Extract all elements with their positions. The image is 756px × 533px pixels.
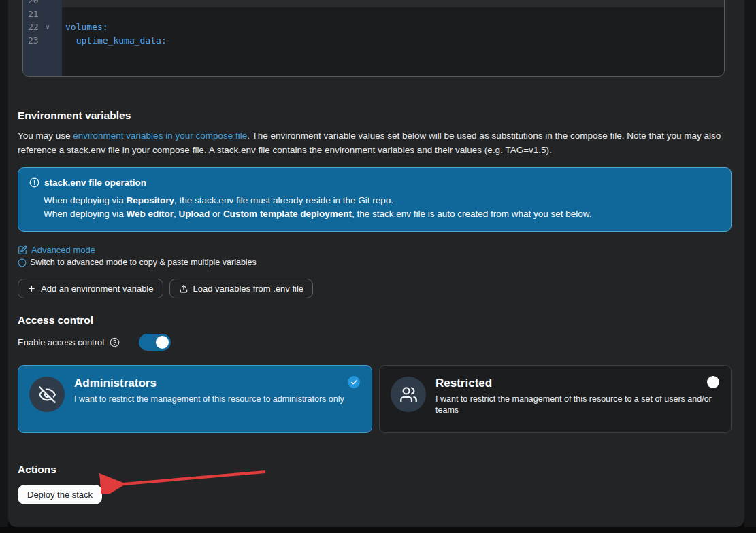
advanced-mode-hint-text: Switch to advanced mode to copy & paste … <box>30 258 257 267</box>
scrollbar-track[interactable] <box>744 0 756 527</box>
stack-form-panel: 20 21 22∨ 23 volumes: uptime_kuma_data: … <box>8 0 744 527</box>
code-line <box>62 7 724 21</box>
advanced-mode-link[interactable]: Advanced mode <box>18 245 95 255</box>
compose-file-editor[interactable]: 20 21 22∨ 23 volumes: uptime_kuma_data: <box>22 0 725 77</box>
add-environment-variable-label: Add an environment variable <box>41 283 154 294</box>
eye-off-icon <box>29 377 65 412</box>
alert-circle-icon <box>18 258 27 267</box>
info-box-line: When deploying via Repository, the stack… <box>44 194 720 207</box>
help-circle-icon[interactable] <box>110 337 120 347</box>
fold-chevron-icon[interactable]: ∨ <box>46 20 50 34</box>
line-number: 22∨ <box>23 20 62 34</box>
plus-icon <box>27 284 36 293</box>
info-box-title: stack.env file operation <box>44 177 146 188</box>
line-number: 23 <box>23 34 62 48</box>
environment-variables-heading: Environment variables <box>18 109 131 122</box>
environment-variables-description: You may use environment variables in you… <box>18 129 732 157</box>
administrators-option-title: Administrators <box>74 377 344 390</box>
actions-heading: Actions <box>18 464 56 476</box>
left-gutter-strip <box>0 0 8 527</box>
restricted-option-description: I want to restrict the management of thi… <box>435 394 720 415</box>
access-control-heading: Access control <box>18 314 93 326</box>
load-variables-from-env-label: Load variables from .env file <box>193 283 304 294</box>
administrators-option-description: I want to restrict the management of thi… <box>74 394 344 405</box>
line-number: 20 <box>23 0 62 7</box>
editor-code-area[interactable]: volumes: uptime_kuma_data: <box>62 0 724 76</box>
code-line <box>62 0 724 7</box>
editor-line-number-gutter: 20 21 22∨ 23 <box>23 0 62 76</box>
stack-env-info-box: stack.env file operation When deploying … <box>18 167 732 232</box>
stack-create-page: 20 21 22∨ 23 volumes: uptime_kuma_data: … <box>0 0 756 533</box>
code-line: uptime_kuma_data: <box>62 34 724 48</box>
code-line: volumes: <box>62 20 724 34</box>
users-icon <box>391 377 426 412</box>
edit-square-icon <box>18 245 27 255</box>
toggle-knob <box>156 336 169 349</box>
restricted-option-title: Restricted <box>435 377 720 390</box>
inline-link[interactable]: environment variables in your compose fi… <box>73 131 247 141</box>
add-environment-variable-button[interactable]: Add an environment variable <box>18 279 163 298</box>
upload-icon <box>179 284 188 294</box>
load-variables-from-env-button[interactable]: Load variables from .env file <box>169 279 314 298</box>
radio-selected-icon[interactable] <box>348 376 360 388</box>
access-option-administrators[interactable]: Administrators I want to restrict the ma… <box>18 365 372 433</box>
alert-circle-icon <box>29 177 39 188</box>
radio-unselected-icon[interactable] <box>707 376 719 388</box>
advanced-mode-label: Advanced mode <box>31 245 95 255</box>
line-number: 21 <box>23 7 62 21</box>
advanced-mode-hint: Switch to advanced mode to copy & paste … <box>18 258 257 267</box>
enable-access-control-label: Enable access control <box>18 337 104 347</box>
access-option-restricted[interactable]: Restricted I want to restrict the manage… <box>379 365 732 433</box>
deploy-the-stack-button[interactable]: Deploy the stack <box>18 485 102 504</box>
info-box-line: When deploying via Web editor, Upload or… <box>44 207 720 221</box>
enable-access-control-toggle[interactable] <box>139 334 171 351</box>
